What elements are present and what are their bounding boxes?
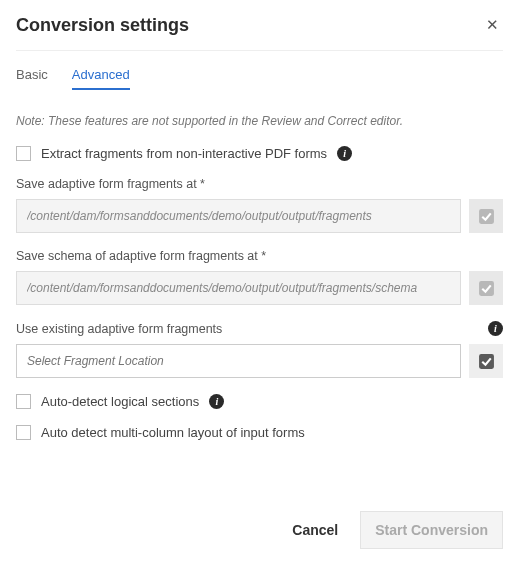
extract-fragments-label: Extract fragments from non-interactive P… xyxy=(41,146,327,161)
save-schema-input[interactable] xyxy=(16,271,461,305)
fragment-location-input[interactable] xyxy=(16,344,461,378)
auto-detect-sections-label: Auto-detect logical sections xyxy=(41,394,199,409)
dialog-title: Conversion settings xyxy=(16,15,189,36)
extract-fragments-checkbox[interactable] xyxy=(16,146,31,161)
cancel-button[interactable]: Cancel xyxy=(284,512,346,548)
tab-basic[interactable]: Basic xyxy=(16,67,48,90)
close-icon[interactable]: ✕ xyxy=(482,14,503,36)
auto-detect-sections-checkbox[interactable] xyxy=(16,394,31,409)
save-fragments-label: Save adaptive form fragments at * xyxy=(16,177,503,191)
note-text: Note: These features are not supported i… xyxy=(16,114,503,128)
use-existing-toggle[interactable] xyxy=(469,344,503,378)
info-icon[interactable]: i xyxy=(209,394,224,409)
save-schema-label: Save schema of adaptive form fragments a… xyxy=(16,249,503,263)
svg-rect-0 xyxy=(479,209,494,224)
use-existing-label: Use existing adaptive form fragments xyxy=(16,322,222,336)
save-schema-toggle[interactable] xyxy=(469,271,503,305)
auto-detect-columns-label: Auto detect multi-column layout of input… xyxy=(41,425,305,440)
save-fragments-toggle[interactable] xyxy=(469,199,503,233)
start-conversion-button[interactable]: Start Conversion xyxy=(360,511,503,549)
info-icon[interactable]: i xyxy=(488,321,503,336)
svg-rect-2 xyxy=(479,354,494,369)
auto-detect-columns-checkbox[interactable] xyxy=(16,425,31,440)
svg-rect-1 xyxy=(479,281,494,296)
save-fragments-input[interactable] xyxy=(16,199,461,233)
tab-advanced[interactable]: Advanced xyxy=(72,67,130,90)
tab-bar: Basic Advanced xyxy=(16,67,503,90)
info-icon[interactable]: i xyxy=(337,146,352,161)
